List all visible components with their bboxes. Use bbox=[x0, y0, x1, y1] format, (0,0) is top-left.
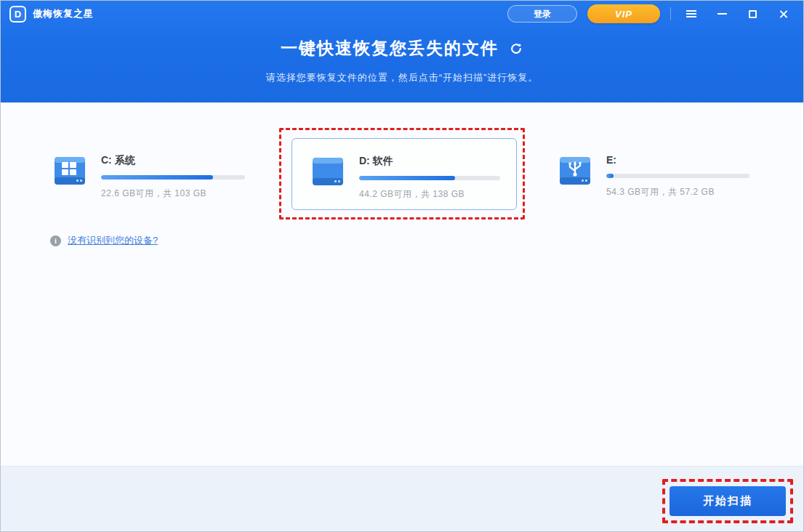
drive-usage-bar bbox=[359, 176, 500, 180]
refresh-icon[interactable] bbox=[509, 41, 523, 56]
hamburger-icon bbox=[686, 10, 696, 17]
usb-drive-icon bbox=[555, 151, 595, 190]
drive-usage-bar bbox=[606, 174, 749, 178]
page-subtitle: 请选择您要恢复文件的位置，然后点击“开始扫描”进行恢复。 bbox=[1, 71, 803, 84]
app-window: D 傲梅恢复之星 登录 VIP bbox=[0, 0, 804, 532]
maximize-icon bbox=[749, 10, 757, 18]
device-help-row: i 没有识别到您的设备? bbox=[50, 234, 158, 247]
drive-name: C: 系统 bbox=[101, 154, 245, 167]
drive-icon bbox=[308, 152, 347, 191]
windows-drive-icon bbox=[50, 151, 89, 190]
titlebar-divider bbox=[670, 7, 671, 20]
info-icon: i bbox=[50, 235, 61, 246]
drive-item-c[interactable]: C: 系统 22.6 GB可用，共 103 GB bbox=[50, 151, 245, 200]
titlebar: D 傲梅恢复之星 登录 VIP bbox=[1, 1, 803, 27]
login-button[interactable]: 登录 bbox=[507, 5, 577, 23]
maximize-button[interactable] bbox=[742, 4, 763, 23]
drive-usage-bar bbox=[101, 175, 245, 180]
menu-button[interactable] bbox=[681, 4, 702, 23]
vip-button[interactable]: VIP bbox=[587, 4, 660, 23]
drive-item-e[interactable]: E: 54.3 GB可用，共 57.2 GB bbox=[555, 151, 750, 198]
drive-name: D: 软件 bbox=[359, 155, 500, 168]
header-banner: D 傲梅恢复之星 登录 VIP bbox=[1, 1, 803, 102]
page-title: 一键快速恢复您丢失的文件 bbox=[281, 37, 499, 60]
minimize-icon bbox=[717, 13, 727, 15]
drive-usage-text: 54.3 GB可用，共 57.2 GB bbox=[606, 186, 749, 198]
drive-name: E: bbox=[606, 154, 749, 166]
close-icon bbox=[779, 9, 788, 19]
minimize-button[interactable] bbox=[712, 4, 732, 23]
drive-usage-text: 44.2 GB可用，共 138 GB bbox=[359, 188, 500, 201]
close-button[interactable] bbox=[773, 4, 793, 23]
drive-usage-fill bbox=[606, 174, 614, 178]
drive-usage-text: 22.6 GB可用，共 103 GB bbox=[101, 188, 245, 200]
drive-usage-fill bbox=[359, 176, 455, 180]
drive-item-d[interactable]: D: 软件 44.2 GB可用，共 138 GB bbox=[292, 138, 517, 210]
drive-usage-fill bbox=[101, 175, 213, 180]
app-title: 傲梅恢复之星 bbox=[33, 7, 94, 20]
app-logo-icon: D bbox=[9, 6, 26, 23]
device-not-found-link[interactable]: 没有识别到您的设备? bbox=[68, 234, 158, 247]
start-scan-button[interactable]: 开始扫描 bbox=[670, 486, 786, 516]
